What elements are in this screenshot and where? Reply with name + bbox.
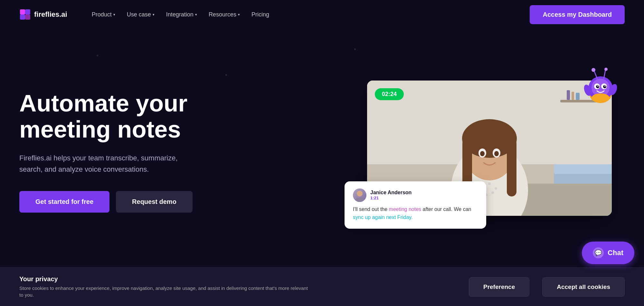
logo-area[interactable]: fireflies.ai	[19, 9, 67, 20]
svg-rect-9	[576, 93, 580, 100]
chevron-down-icon: ▾	[113, 13, 115, 17]
svg-point-43	[592, 93, 610, 102]
accept-all-cookies-button[interactable]: Accept all cookies	[542, 277, 625, 297]
svg-point-45	[355, 197, 364, 202]
hero-title: Automate your meeting notes	[19, 90, 219, 143]
svg-rect-2	[20, 14, 25, 20]
svg-point-27	[491, 191, 494, 194]
svg-point-20	[480, 151, 485, 156]
chevron-down-icon: ▾	[195, 13, 197, 17]
timer-badge: 02:24	[375, 88, 404, 100]
cookie-text-area: Your privacy Store cookies to enhance yo…	[19, 275, 456, 298]
highlight-sync: sync up again next Friday.	[353, 215, 413, 220]
robot-svg	[580, 64, 621, 106]
bubble-user-info: Janice Anderson 1:21	[370, 190, 412, 200]
highlight-meeting-notes: meeting notes	[389, 206, 421, 212]
dashboard-button[interactable]: Access my Dashboard	[530, 5, 625, 24]
main-section: Automate your meeting notes Fireflies.ai…	[0, 29, 644, 267]
avatar	[353, 188, 366, 202]
preference-button[interactable]: Preference	[469, 277, 529, 297]
bubble-header: Janice Anderson 1:21	[353, 188, 478, 202]
svg-rect-8	[572, 92, 574, 100]
bubble-time: 1:21	[370, 196, 412, 200]
svg-point-24	[495, 187, 497, 190]
logo-icon	[19, 9, 31, 20]
nav-item-resources[interactable]: Resources ▾	[204, 9, 245, 21]
cookie-bar: Your privacy Store cookies to enhance yo…	[0, 267, 644, 306]
cookie-description: Store cookies to enhance your experience…	[19, 285, 309, 298]
hero-subtitle: Fireflies.ai helps your team transcribe,…	[19, 152, 190, 175]
nav-item-integration[interactable]: Integration ▾	[161, 9, 202, 21]
svg-point-44	[357, 191, 363, 196]
navbar: fireflies.ai Product ▾ Use case ▾ Integr…	[0, 0, 644, 29]
svg-point-35	[597, 85, 599, 87]
chevron-down-icon: ▾	[153, 13, 155, 17]
svg-rect-7	[567, 90, 570, 100]
request-demo-button[interactable]: Request demo	[116, 191, 193, 213]
svg-point-40	[604, 68, 608, 71]
chat-widget[interactable]: 💬 Chat	[582, 242, 634, 264]
robot-mascot	[580, 64, 621, 106]
svg-point-21	[494, 151, 499, 156]
speech-bubble: Janice Anderson 1:21 I'll send out the m…	[345, 181, 486, 229]
svg-point-38	[592, 68, 595, 72]
svg-rect-0	[20, 9, 25, 14]
chevron-down-icon: ▾	[238, 13, 240, 17]
svg-rect-1	[25, 9, 30, 14]
bubble-text: I'll send out the meeting notes after ou…	[353, 205, 478, 222]
hero-buttons: Get started for free Request demo	[19, 191, 219, 213]
svg-rect-17	[507, 139, 516, 196]
nav-item-product[interactable]: Product ▾	[87, 9, 120, 21]
svg-point-36	[604, 85, 606, 87]
svg-rect-11	[554, 164, 612, 174]
svg-point-23	[488, 182, 491, 185]
cookie-title: Your privacy	[19, 275, 456, 283]
get-started-button[interactable]: Get started for free	[19, 191, 109, 213]
logo-text: fireflies.ai	[34, 10, 67, 19]
hero-image-area: 02:24	[219, 29, 625, 267]
video-card: 02:24	[367, 81, 612, 216]
bubble-user-name: Janice Anderson	[370, 190, 412, 196]
chat-bubble-icon: 💬	[593, 247, 604, 258]
svg-rect-3	[25, 14, 30, 20]
chat-widget-label: Chat	[608, 249, 623, 257]
nav-item-pricing[interactable]: Pricing	[246, 9, 274, 21]
hero-content: Automate your meeting notes Fireflies.ai…	[19, 84, 219, 213]
nav-item-usecase[interactable]: Use case ▾	[122, 9, 160, 21]
nav-links: Product ▾ Use case ▾ Integration ▾ Resou…	[87, 9, 530, 21]
